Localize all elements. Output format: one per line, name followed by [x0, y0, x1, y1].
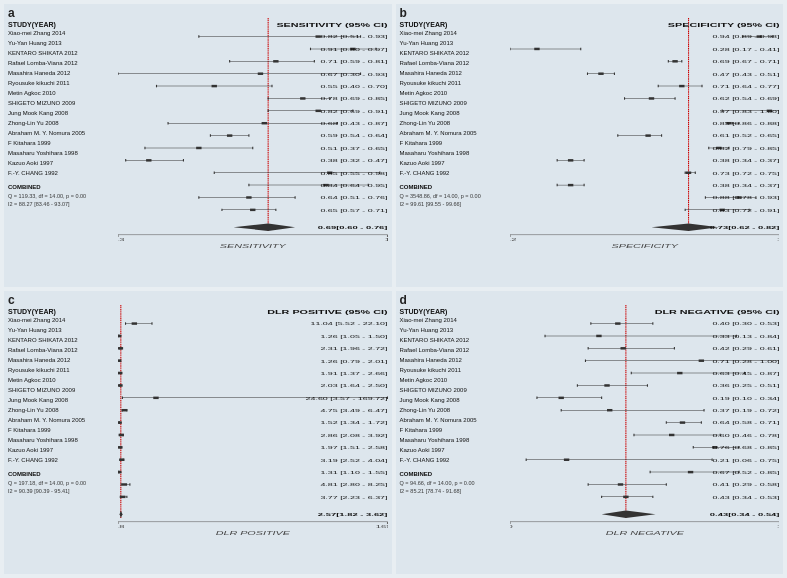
svg-rect-259: [615, 322, 620, 324]
svg-rect-174: [132, 322, 137, 324]
svg-text:SPECIFICITY: SPECIFICITY: [611, 244, 679, 250]
study-col-header-b: STUDY(YEAR): [400, 18, 508, 28]
svg-text:0.55 [0.40 - 0.70]: 0.55 [0.40 - 0.70]: [320, 84, 387, 89]
svg-marker-146: [651, 223, 718, 230]
svg-text:3.77 [2.23 - 6.37]: 3.77 [2.23 - 6.37]: [320, 495, 387, 500]
study-row-a-1: Yu-Yan Huang 2013: [8, 38, 116, 48]
study-row-b-14: F.-Y. CHANG 1992: [400, 168, 508, 178]
study-row-a-14: F.-Y. CHANG 1992: [8, 168, 116, 178]
study-row-a-5: Ryousuke kikuchi 2011: [8, 78, 116, 88]
study-row-a-2: KENTARO SHIKATA 2012: [8, 48, 116, 58]
svg-text:2.31 [1.96 - 2.72]: 2.31 [1.96 - 2.72]: [320, 347, 387, 352]
svg-rect-97: [672, 60, 677, 62]
svg-text:4.75 [3.49 - 6.47]: 4.75 [3.49 - 6.47]: [320, 409, 387, 414]
svg-rect-271: [698, 359, 703, 361]
svg-marker-61: [234, 223, 296, 230]
panel-label-b: b: [400, 6, 407, 20]
study-row-a-6: Metin Agkoc 2010: [8, 88, 116, 98]
svg-text:0.71 [0.64 - 0.77]: 0.71 [0.64 - 0.77]: [712, 84, 779, 89]
main-grid: aSTUDY(YEAR)Xiao-mei Zhang 2014Yu-Yan Hu…: [0, 0, 787, 578]
study-row-b-3: Rafael Lomba-Viana 2012: [400, 58, 508, 68]
study-row-a-8: Jung Mook Kang 2008: [8, 108, 116, 118]
svg-text:1.26 [0.79 - 2.01]: 1.26 [0.79 - 2.01]: [320, 359, 387, 364]
stat-b-1: I2 = 99.61 [99.55 - 99.66]: [400, 200, 508, 208]
svg-text:0.47 [0.43 - 0.51]: 0.47 [0.43 - 0.51]: [712, 72, 779, 77]
svg-rect-295: [669, 434, 674, 436]
stat-c-1: I2 = 90.39 [90.39 - 95.41]: [8, 487, 116, 495]
svg-text:0.61 [0.52 - 0.65]: 0.61 [0.52 - 0.65]: [712, 134, 779, 139]
study-col-c: STUDY(YEAR)Xiao-mei Zhang 2014Yu-Yan Hua…: [8, 305, 118, 560]
stat-c-0: Q = 197.18, df = 14.00, p = 0.00: [8, 479, 116, 487]
svg-rect-20: [212, 85, 217, 87]
svg-text:3.19 [2.52 - 4.04]: 3.19 [2.52 - 4.04]: [320, 458, 387, 463]
study-row-c-7: SHIGETO MIZUNO 2009: [8, 385, 116, 395]
svg-text:0.36 [0.25 - 0.51]: 0.36 [0.25 - 0.51]: [712, 384, 779, 389]
study-row-c-12: Masaharu Yoshihara 1998: [8, 435, 116, 445]
svg-rect-109: [648, 97, 653, 99]
study-row-b-9: Zhong-Lin Yu 2008: [400, 118, 508, 128]
svg-rect-279: [604, 384, 609, 386]
plot-area-d: 01DLR NEGATIVEDLR NEGATIVE (95% CI)0.40 …: [510, 305, 780, 560]
svg-text:0.60 [0.46 - 0.78]: 0.60 [0.46 - 0.78]: [712, 433, 779, 438]
svg-rect-40: [196, 147, 201, 149]
svg-text:DLR POSITIVE: DLR POSITIVE: [216, 531, 291, 537]
svg-rect-263: [596, 335, 601, 337]
svg-rect-311: [617, 483, 622, 485]
svg-text:0.38 [0.34 - 0.37]: 0.38 [0.34 - 0.37]: [712, 159, 779, 164]
svg-text:0.68 [0.43 - 0.87]: 0.68 [0.43 - 0.87]: [320, 122, 387, 127]
svg-rect-190: [118, 372, 122, 374]
svg-rect-194: [118, 384, 123, 386]
study-col-a: STUDY(YEAR)Xiao-mei Zhang 2014Yu-Yan Hua…: [8, 18, 118, 273]
svg-text:0.71 [0.28 - 1.00]: 0.71 [0.28 - 1.00]: [712, 359, 779, 364]
svg-text:0.41 [0.29 - 0.58]: 0.41 [0.29 - 0.58]: [712, 483, 779, 488]
study-row-d-8: Jung Mook Kang 2008: [400, 395, 508, 405]
study-col-b: STUDY(YEAR)Xiao-mei Zhang 2014Yu-Yan Hua…: [400, 18, 510, 273]
svg-rect-206: [118, 421, 122, 423]
plot-area-c: 0.8169.7DLR POSITIVEDLR POSITIVE (95% CI…: [118, 305, 388, 560]
svg-text:0.40 [0.30 - 0.53]: 0.40 [0.30 - 0.53]: [712, 322, 779, 327]
svg-text:1.26 [1.05 - 1.50]: 1.26 [1.05 - 1.50]: [320, 334, 387, 339]
study-row-d-13: Kazuo Aoki 1997: [400, 445, 508, 455]
study-row-c-1: Yu-Yan Huang 2013: [8, 325, 116, 335]
study-row-a-9: Zhong-Lin Yu 2008: [8, 118, 116, 128]
svg-rect-303: [563, 458, 568, 460]
svg-rect-218: [119, 458, 124, 460]
svg-text:0.76 [0.68 - 0.85]: 0.76 [0.68 - 0.85]: [712, 446, 779, 451]
svg-text:11.04 [5.52 - 22.10]: 11.04 [5.52 - 22.10]: [311, 322, 388, 327]
study-row-b-1: Yu-Yan Huang 2013: [400, 38, 508, 48]
svg-rect-24: [300, 97, 305, 99]
svg-text:0.71 [0.59 - 0.81]: 0.71 [0.59 - 0.81]: [320, 60, 387, 65]
study-row-d-6: Metin Agkoc 2010: [400, 375, 508, 385]
study-row-d-3: Rafael Lomba-Viana 2012: [400, 345, 508, 355]
forest-svg-a: 0.31SENSITIVITYSENSITIVITY (95% CI)0.82 …: [118, 18, 388, 273]
svg-text:0.88 [0.78 - 0.93]: 0.88 [0.78 - 0.93]: [712, 196, 779, 201]
svg-text:0.82 [0.51 - 0.93]: 0.82 [0.51 - 0.93]: [320, 35, 387, 40]
svg-text:1.97 [1.51 - 2.58]: 1.97 [1.51 - 2.58]: [320, 446, 387, 451]
study-row-b-8: Jung Mook Kang 2008: [400, 108, 508, 118]
svg-text:0.69 [0.67 - 0.71]: 0.69 [0.67 - 0.71]: [712, 60, 779, 65]
study-row-b-5: Ryousuke kikuchi 2011: [400, 78, 508, 88]
study-row-a-12: Masaharu Yoshihara 1998: [8, 148, 116, 158]
forest-b: STUDY(YEAR)Xiao-mei Zhang 2014Yu-Yan Hua…: [400, 18, 780, 273]
study-row-c-2: KENTARO SHIKATA 2012: [8, 335, 116, 345]
study-col-d: STUDY(YEAR)Xiao-mei Zhang 2014Yu-Yan Hua…: [400, 305, 510, 560]
svg-text:0.84 [0.64 - 0.95]: 0.84 [0.64 - 0.95]: [320, 183, 387, 188]
study-row-d-10: Abraham M. Y. Nomura 2005: [400, 415, 508, 425]
study-row-c-0: Xiao-mei Zhang 2014: [8, 315, 116, 325]
svg-text:0.3: 0.3: [118, 237, 125, 242]
svg-text:DLR NEGATIVE (95% CI): DLR NEGATIVE (95% CI): [654, 309, 779, 315]
study-row-a-13: Kazuo Aoki 1997: [8, 158, 116, 168]
stat-a-1: I2 = 88.27 [83.46 - 93.07]: [8, 200, 116, 208]
svg-text:169.7: 169.7: [376, 524, 388, 529]
svg-rect-287: [607, 409, 612, 411]
study-row-d-9: Zhong-Lin Yu 2008: [400, 405, 508, 415]
panel-label-a: a: [8, 6, 15, 20]
svg-text:0.64 [0.51 - 0.76]: 0.64 [0.51 - 0.76]: [320, 196, 387, 201]
svg-text:0.2: 0.2: [510, 237, 517, 242]
forest-svg-d: 01DLR NEGATIVEDLR NEGATIVE (95% CI)0.40 …: [510, 305, 780, 560]
svg-rect-137: [567, 184, 572, 186]
study-row-b-10: Abraham M. Y. Nomura 2005: [400, 128, 508, 138]
svg-rect-275: [677, 372, 682, 374]
svg-text:0.33 [0.13 - 0.84]: 0.33 [0.13 - 0.84]: [712, 334, 779, 339]
study-row-b-6: Metin Agkoc 2010: [400, 88, 508, 98]
